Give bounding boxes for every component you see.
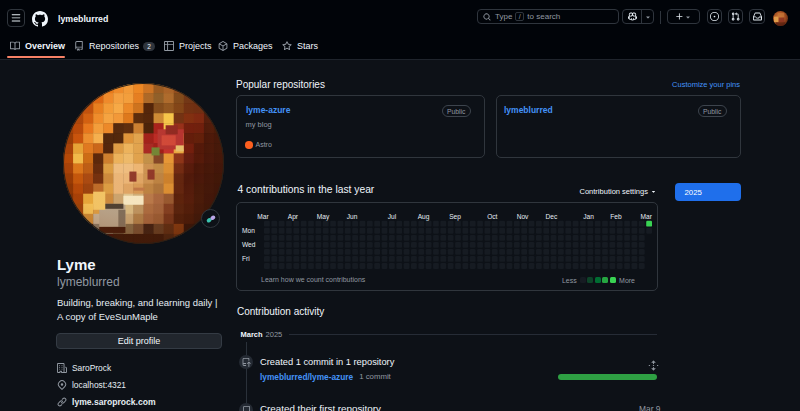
svg-text:Jul: Jul	[388, 213, 397, 220]
svg-text:Jan: Jan	[583, 213, 594, 220]
svg-text:May: May	[317, 213, 330, 221]
svg-text:Mon: Mon	[242, 227, 255, 234]
svg-text:Oct: Oct	[487, 213, 497, 220]
svg-text:Dec: Dec	[546, 213, 558, 220]
svg-text:Fri: Fri	[242, 255, 250, 262]
svg-text:Nov: Nov	[517, 213, 529, 220]
svg-text:Wed: Wed	[242, 241, 256, 248]
svg-text:Sep: Sep	[449, 213, 461, 221]
svg-text:Mar: Mar	[257, 213, 269, 220]
svg-text:Apr: Apr	[288, 213, 299, 221]
svg-text:Jun: Jun	[347, 213, 358, 220]
svg-text:Mar: Mar	[641, 213, 653, 220]
svg-text:Aug: Aug	[418, 213, 430, 221]
svg-text:Feb: Feb	[610, 213, 622, 220]
